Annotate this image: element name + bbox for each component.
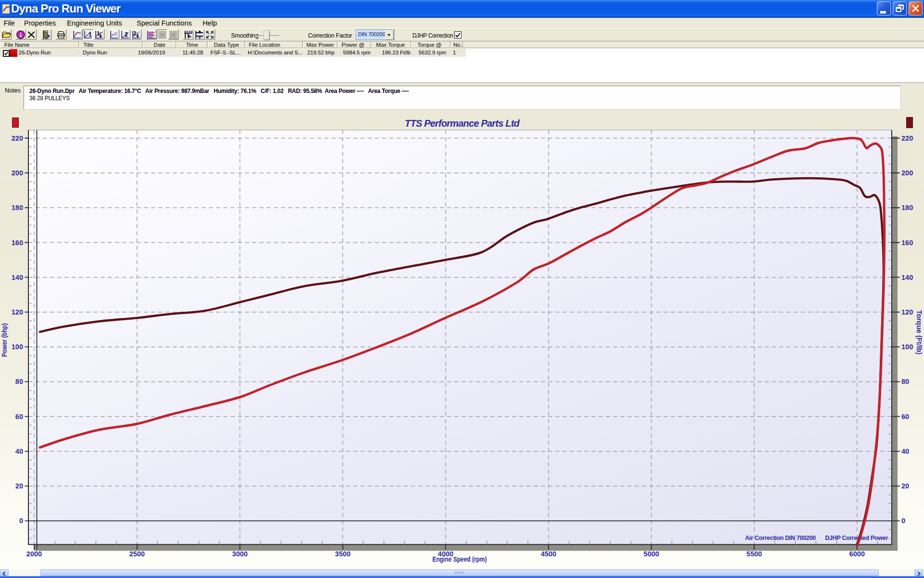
svg-text:220: 220 <box>901 134 913 142</box>
svg-text:5500: 5500 <box>746 550 762 558</box>
svg-text:160: 160 <box>901 239 913 247</box>
svg-text:80: 80 <box>15 378 23 385</box>
svg-text:220: 220 <box>12 134 23 142</box>
svg-text:180: 180 <box>12 204 23 211</box>
svg-text:123: 123 <box>186 30 193 34</box>
svg-text:140: 140 <box>901 274 913 281</box>
svg-text:2: 2 <box>133 30 136 36</box>
svg-text:i: i <box>20 31 22 38</box>
svg-text:0: 0 <box>19 517 23 525</box>
svg-text:1: 1 <box>97 30 100 36</box>
svg-text:200: 200 <box>12 169 23 177</box>
svg-text:Power (bhp): Power (bhp) <box>0 323 8 357</box>
svg-text:2500: 2500 <box>129 550 145 558</box>
svg-text:Air Correction DIN 700200: Air Correction DIN 700200 <box>745 535 816 541</box>
svg-text:20: 20 <box>901 482 909 490</box>
svg-text:2: 2 <box>125 31 128 38</box>
svg-text:20: 20 <box>15 482 23 490</box>
svg-text:120: 120 <box>901 308 913 316</box>
svg-text:140: 140 <box>12 274 23 281</box>
svg-text:200: 200 <box>901 169 913 177</box>
svg-text:100: 100 <box>901 343 913 351</box>
svg-text:DJHP Corrected Power: DJHP Corrected Power <box>825 535 888 541</box>
svg-text:100: 100 <box>12 343 23 351</box>
svg-text:1: 1 <box>89 31 92 38</box>
svg-text:160: 160 <box>12 239 23 247</box>
svg-text:60: 60 <box>901 413 909 420</box>
svg-text:5000: 5000 <box>643 550 659 558</box>
svg-text:6000: 6000 <box>849 550 865 558</box>
svg-text:40: 40 <box>15 447 23 455</box>
svg-text:Engine Speed (rpm): Engine Speed (rpm) <box>433 555 487 563</box>
svg-text:80: 80 <box>901 378 909 385</box>
svg-text:2000: 2000 <box>26 550 42 558</box>
svg-text:120: 120 <box>12 308 23 316</box>
svg-text:40: 40 <box>901 447 909 455</box>
svg-text:0: 0 <box>901 517 905 525</box>
svg-text:Torque (Ft/lb): Torque (Ft/lb) <box>915 310 923 355</box>
svg-text:180: 180 <box>901 204 913 211</box>
svg-text:3500: 3500 <box>335 550 350 558</box>
svg-text:60: 60 <box>15 413 23 420</box>
svg-text:4500: 4500 <box>541 550 556 558</box>
svg-text:3000: 3000 <box>232 550 247 558</box>
